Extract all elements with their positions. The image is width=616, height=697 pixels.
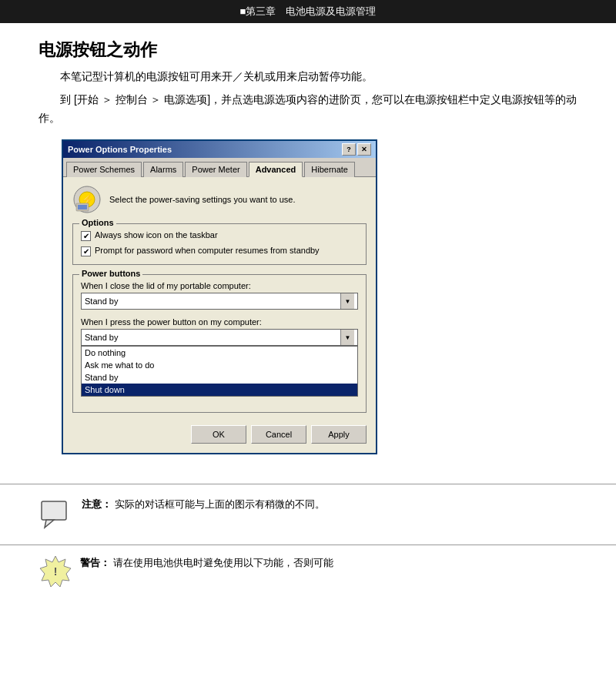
password-prompt-checkbox[interactable]: ✔: [81, 246, 91, 256]
apply-button[interactable]: Apply: [311, 425, 367, 444]
options-group-label: Options: [79, 218, 116, 227]
titlebar-buttons: ? ✕: [342, 143, 371, 156]
power-button-dropdown-arrow[interactable]: ▼: [340, 330, 354, 345]
power-save-icon: ⚡: [72, 185, 102, 214]
tab-power-meter[interactable]: Power Meter: [185, 162, 246, 177]
dialog-titlebar: Power Options Properties ? ✕: [63, 141, 376, 158]
power-button-dropdown-label: When I press the power button on my comp…: [81, 317, 358, 327]
warning-body: 请在使用电池供电时避免使用以下功能，否则可能: [113, 557, 333, 568]
tab-advanced[interactable]: Advanced: [249, 162, 303, 177]
dialog-body: ⚡ Select the power-saving settings you w…: [63, 177, 376, 453]
svg-rect-5: [42, 501, 66, 520]
lid-dropdown-label: When I close the lid of my portable comp…: [81, 281, 358, 290]
help-button[interactable]: ?: [342, 143, 356, 156]
dialog-title: Power Options Properties: [68, 145, 172, 154]
lid-dropdown-value: Stand by: [85, 297, 118, 306]
page-content: 电源按钮之动作 本笔记型计算机的电源按钮可用来开／关机或用来启动暂停功能。 到 …: [0, 31, 616, 474]
checkbox-password-prompt[interactable]: ✔ Prompt for password when computer resu…: [81, 246, 358, 256]
power-buttons-group-label: Power buttons: [79, 269, 142, 278]
warning-divider: [0, 545, 616, 545]
password-prompt-label: Prompt for password when computer resume…: [95, 246, 320, 255]
dropdown-list: Do nothing Ask me what to do Stand by Sh…: [81, 346, 358, 397]
note-text: 注意： 实际的对话框可能与上面的图示有稍微的不同。: [82, 497, 325, 513]
svg-text:!: !: [54, 565, 58, 578]
taskbar-icon-label: Always show icon on the taskbar: [95, 230, 218, 240]
close-button[interactable]: ✕: [357, 143, 371, 156]
power-options-dialog: Power Options Properties ? ✕ Power Schem…: [62, 139, 377, 454]
note-body: 实际的对话框可能与上面的图示有稍微的不同。: [115, 498, 325, 510]
cancel-button[interactable]: Cancel: [251, 425, 306, 444]
header-text: ■第三章 电池电源及电源管理: [240, 5, 377, 17]
power-buttons-group: Power buttons When I close the lid of my…: [72, 274, 367, 413]
section-paragraph2: 到 [开始 ＞ 控制台 ＞ 电源选项]，并点选电源选项内容的进阶页，您可以在电源…: [38, 91, 578, 128]
options-group: Options ✔ Always show icon on the taskba…: [72, 223, 367, 265]
lid-dropdown-arrow[interactable]: ▼: [340, 293, 354, 309]
taskbar-icon-checkbox[interactable]: ✔: [81, 231, 91, 241]
tab-power-schemes[interactable]: Power Schemes: [66, 162, 142, 177]
svg-rect-4: [78, 205, 87, 209]
chapter-header: ■第三章 电池电源及电源管理: [0, 0, 616, 23]
dialog-description-text: Select the power-saving settings you wan…: [109, 195, 296, 204]
note-label: 注意：: [82, 498, 112, 510]
note-section: 注意： 实际的对话框可能与上面的图示有稍微的不同。: [0, 494, 616, 535]
dropdown-option-shut-down[interactable]: Shut down: [82, 384, 357, 396]
note-icon: [38, 498, 72, 532]
tab-hibernate[interactable]: Hibernate: [304, 162, 355, 177]
power-button-dropdown-value: Stand by: [85, 333, 118, 342]
checkbox-taskbar-icon[interactable]: ✔ Always show icon on the taskbar: [81, 230, 358, 241]
warning-section: ! 警告： 请在使用电池供电时避免使用以下功能，否则可能: [0, 555, 616, 588]
svg-marker-6: [45, 520, 54, 528]
warning-text: 警告： 请在使用电池供电时避免使用以下功能，否则可能: [80, 555, 333, 571]
dialog-wrapper: Power Options Properties ? ✕ Power Schem…: [62, 139, 578, 454]
dropdown-option-stand-by[interactable]: Stand by: [82, 371, 357, 384]
section-paragraph1: 本笔记型计算机的电源按钮可用来开／关机或用来启动暂停功能。: [38, 68, 578, 86]
dropdown-option-do-nothing[interactable]: Do nothing: [82, 347, 357, 359]
dialog-action-buttons: OK Cancel Apply: [72, 422, 367, 445]
warning-label: 警告：: [80, 557, 110, 568]
power-button-dropdown[interactable]: Stand by ▼: [81, 329, 358, 346]
tab-alarms[interactable]: Alarms: [143, 162, 183, 177]
dialog-tabs: Power Schemes Alarms Power Meter Advance…: [63, 158, 376, 177]
dialog-description: ⚡ Select the power-saving settings you w…: [72, 185, 367, 214]
section-title: 电源按钮之动作: [38, 39, 578, 62]
note-divider: [0, 484, 616, 484]
lid-dropdown[interactable]: Stand by ▼: [81, 293, 358, 310]
dropdown-option-ask[interactable]: Ask me what to do: [82, 359, 357, 371]
ok-button[interactable]: OK: [191, 425, 246, 444]
warning-icon: !: [38, 555, 72, 588]
